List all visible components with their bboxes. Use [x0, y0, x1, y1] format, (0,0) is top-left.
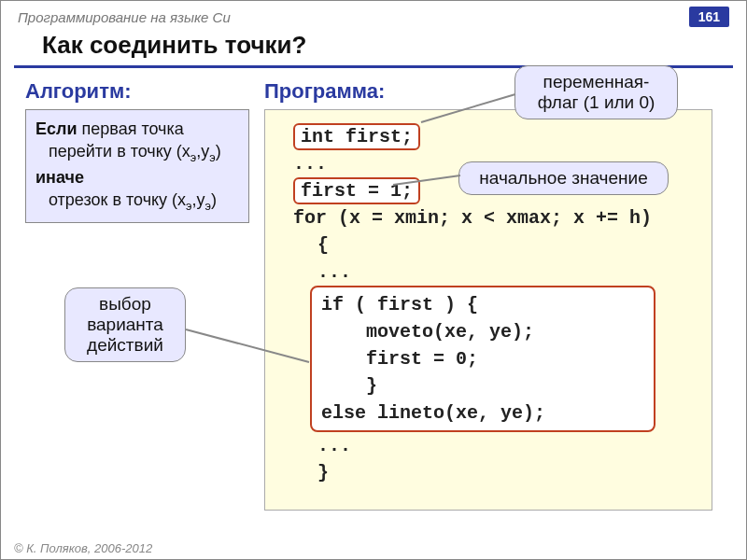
callout-flag: переменная- флаг (1 или 0)	[514, 65, 678, 119]
course-title: Программирование на языке Си	[18, 9, 689, 25]
code-brace-close: }	[293, 459, 695, 486]
if-keyword: Если	[35, 119, 78, 138]
slide-title: Как соединить точки?	[14, 29, 733, 68]
else-keyword: иначе	[35, 168, 84, 187]
if-condition: первая точка	[82, 119, 184, 138]
copyright-footer: © К. Поляков, 2006-2012	[14, 541, 152, 555]
algorithm-box: Если первая точка перейти в точку (xэ,yэ…	[25, 109, 249, 223]
algorithm-column: Алгоритм: Если первая точка перейти в то…	[25, 79, 249, 223]
program-column: Программа: int first; ... first = 1; for…	[264, 79, 712, 511]
callout-choice: выбор варианта действий	[64, 287, 186, 362]
page-number-badge: 161	[689, 7, 729, 27]
algorithm-heading: Алгоритм:	[25, 79, 249, 104]
code-ellipsis3: ...	[293, 432, 695, 459]
callout-init: начальное значение	[458, 161, 669, 195]
code-ellipsis2: ...	[293, 259, 695, 286]
if-action: перейти в точку (x	[49, 142, 190, 161]
code-brace-open: {	[293, 231, 695, 259]
if-block-highlight: if ( first ) { moveto(xe, ye); first = 0…	[310, 286, 655, 432]
else-action: отрезок в точку (x	[49, 190, 186, 209]
decl-highlight: int first;	[293, 123, 420, 150]
code-for: for (x = xmin; x < xmax; x += h)	[293, 204, 695, 231]
init-highlight: first = 1;	[293, 177, 420, 204]
